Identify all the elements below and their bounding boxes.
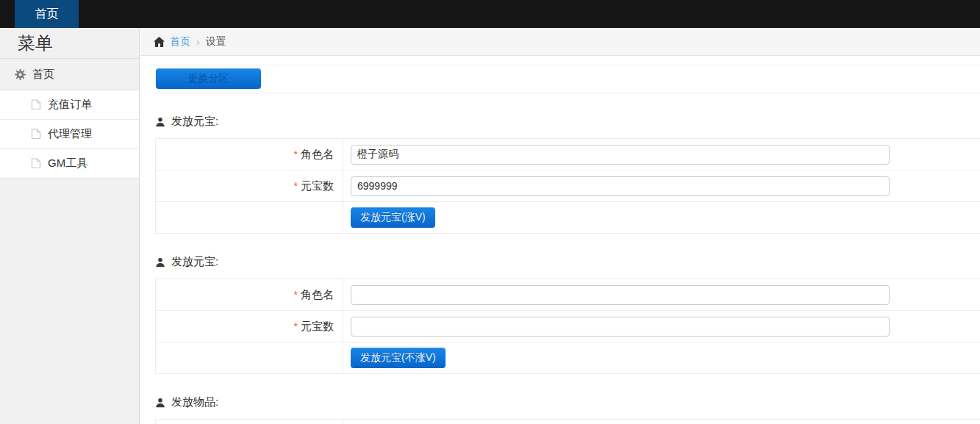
sidebar-item-label: 充值订单 [48, 98, 92, 112]
sidebar-item-label: GM工具 [48, 157, 87, 170]
sidebar: 菜单 首页 充值订单 [0, 28, 140, 424]
toolbar-row: 更换分区 [155, 65, 980, 93]
grant-yuanbao-raise-v-button[interactable]: 发放元宝(涨V) [351, 207, 435, 228]
sidebar-item-gm-tools[interactable]: GM工具 [0, 149, 139, 179]
form-row-submit: 发放元宝(涨V) [156, 202, 980, 234]
field-input-cell [343, 311, 980, 342]
required-asterisk: * [294, 148, 298, 160]
form-table-3: * 角色名 [155, 419, 980, 424]
yuanbao-amount-input[interactable] [351, 176, 890, 196]
topbar: 首页 [0, 0, 980, 28]
field-label: * 角色名 [156, 279, 343, 310]
field-input-cell [343, 170, 980, 201]
form-row: * 角色名 [156, 279, 980, 311]
field-label-text: 角色名 [301, 148, 334, 162]
person-icon [155, 257, 165, 267]
required-asterisk: * [294, 180, 298, 192]
main-content: 首页 › 设置 更换分区 发放元宝: * 角色名 [140, 28, 980, 424]
role-name-input[interactable] [351, 285, 890, 305]
topbar-tab-home[interactable]: 首页 [15, 0, 79, 28]
form-table-2: * 角色名 * 元宝数 发放元宝(不涨V) [155, 279, 980, 374]
breadcrumb-home-link[interactable]: 首页 [170, 35, 190, 48]
section-title-grant-items: 发放物品: [155, 395, 980, 409]
field-label-empty [156, 342, 343, 373]
section-title-grant-yuanbao-1: 发放元宝: [155, 115, 980, 129]
person-icon [155, 117, 165, 127]
required-asterisk: * [294, 320, 298, 332]
field-label: * 元宝数 [156, 311, 343, 342]
field-label-text: 元宝数 [301, 320, 334, 334]
breadcrumb-separator: › [196, 36, 200, 48]
grant-yuanbao-no-raise-v-button[interactable]: 发放元宝(不涨V) [351, 348, 446, 368]
section-title-text: 发放物品: [171, 395, 218, 409]
breadcrumb: 首页 › 设置 [140, 28, 980, 56]
file-icon [31, 99, 41, 110]
field-label-empty [156, 202, 343, 233]
required-asterisk: * [294, 289, 298, 301]
person-icon [155, 398, 165, 408]
section-title-grant-yuanbao-2: 发放元宝: [155, 255, 980, 269]
sidebar-item-recharge-orders[interactable]: 充值订单 [0, 90, 139, 120]
field-input-cell [343, 279, 980, 310]
section-title-text: 发放元宝: [171, 255, 218, 269]
field-input-cell: 发放元宝(涨V) [343, 202, 980, 233]
form-row: * 角色名 [156, 420, 980, 424]
change-partition-button[interactable]: 更换分区 [156, 68, 261, 89]
page-body: 更换分区 发放元宝: * 角色名 [140, 65, 980, 424]
file-icon [31, 129, 41, 140]
file-icon [31, 158, 41, 169]
form-table-1: * 角色名 * 元宝数 发放元宝(涨V) [155, 138, 980, 234]
sidebar-item-label: 首页 [32, 68, 54, 82]
home-icon [154, 37, 165, 47]
sidebar-item-home[interactable]: 首页 [0, 59, 139, 90]
field-label: * 角色名 [156, 139, 343, 170]
field-input-cell [343, 139, 980, 170]
gear-icon [15, 69, 26, 80]
form-row: * 元宝数 [156, 170, 980, 202]
sidebar-item-label: 代理管理 [48, 127, 92, 141]
section-title-text: 发放元宝: [171, 115, 218, 129]
role-name-input[interactable] [351, 145, 890, 165]
field-label: * 角色名 [156, 420, 343, 424]
breadcrumb-current: 设置 [206, 35, 226, 48]
sidebar-title: 菜单 [0, 28, 139, 59]
yuanbao-amount-input[interactable] [351, 317, 890, 337]
form-row: * 元宝数 [156, 311, 980, 342]
form-row-submit: 发放元宝(不涨V) [156, 342, 980, 374]
field-label-text: 角色名 [301, 288, 334, 302]
form-row: * 角色名 [156, 139, 980, 170]
field-label: * 元宝数 [156, 170, 343, 201]
field-input-cell [343, 420, 980, 424]
field-input-cell: 发放元宝(不涨V) [343, 342, 980, 373]
field-label-text: 元宝数 [301, 179, 334, 193]
sidebar-item-agent-management[interactable]: 代理管理 [0, 120, 139, 149]
